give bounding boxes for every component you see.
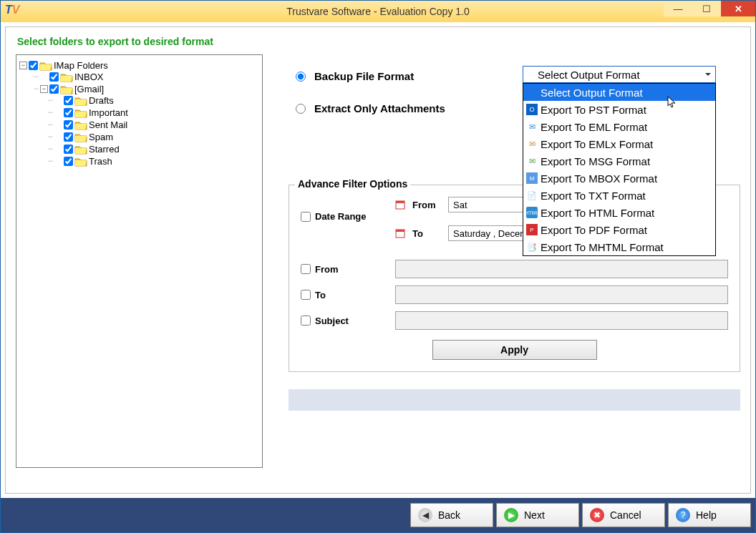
tree-item[interactable]: ┈Trash (48, 156, 259, 167)
dropdown-option[interactable]: Select Output Format (523, 84, 715, 101)
from-filter-row: From (301, 260, 728, 278)
window-title: Trustvare Software - Evaluation Copy 1.0 (1, 6, 755, 17)
cancel-icon: ✖ (590, 508, 604, 522)
titlebar: TV Trustvare Software - Evaluation Copy … (1, 1, 755, 22)
window-controls: — ☐ ✕ (664, 1, 755, 16)
tree-item[interactable]: ┈Sent Mail (48, 119, 259, 130)
folder-icon (74, 132, 87, 142)
from-label: From (412, 200, 441, 210)
cancel-button[interactable]: ✖ Cancel (582, 503, 665, 527)
calendar-icon (395, 228, 405, 238)
dropdown-option[interactable]: MExport To MBOX Format (523, 170, 715, 187)
subject-input[interactable] (395, 311, 728, 330)
folder-icon (74, 120, 87, 130)
tree-item-root[interactable]: − IMap Folders (19, 60, 259, 71)
radio-label: Extract Only Attachments (314, 102, 445, 114)
to-input[interactable] (395, 285, 728, 304)
apply-button[interactable]: Apply (432, 340, 597, 360)
dropdown-option[interactable]: ✉Export To EML Format (523, 118, 715, 135)
app-logo: TV (5, 4, 19, 16)
radio-label: Backup File Format (314, 70, 414, 82)
dropdown-option[interactable]: ✉Export To MSG Format (523, 152, 715, 170)
tree-label: Sent Mail (89, 119, 127, 130)
dropdown-option[interactable]: 📄Export To TXT Format (523, 187, 715, 204)
folder-icon (60, 84, 73, 94)
minimize-button[interactable]: — (664, 1, 692, 16)
tree-label: Spam (89, 132, 113, 142)
folder-icon (39, 61, 52, 71)
checkbox-label: From (315, 264, 339, 275)
output-format-select[interactable]: Select Output Format Select Output Forma… (523, 66, 716, 83)
tree-checkbox[interactable] (64, 120, 73, 129)
tree-checkbox[interactable] (49, 72, 59, 82)
tree-item[interactable]: ┈Important (48, 107, 259, 118)
footer-bar: ◀ Back ▶ Next ✖ Cancel ? Help (1, 498, 755, 532)
folder-icon (74, 108, 87, 118)
to-checkbox[interactable]: To (301, 290, 387, 300)
calendar-icon (395, 200, 405, 210)
tree-item[interactable]: ┈Spam (48, 132, 259, 142)
tree-item-gmail[interactable]: ┈ − [Gmail] (34, 84, 259, 94)
chevron-down-icon (704, 70, 712, 79)
checkbox[interactable] (301, 264, 311, 274)
date-range-checkbox-row[interactable]: Date Range (301, 211, 387, 222)
radio-input[interactable] (296, 72, 306, 82)
tree-item[interactable]: ┈Starred (48, 144, 259, 155)
back-icon: ◀ (418, 508, 432, 522)
svg-rect-3 (396, 230, 404, 232)
tree-checkbox[interactable] (29, 61, 38, 70)
next-icon: ▶ (504, 508, 518, 522)
to-filter-row: To (301, 285, 728, 304)
next-button[interactable]: ▶ Next (496, 503, 579, 527)
tree-label: INBOX (74, 72, 103, 82)
tree-checkbox[interactable] (64, 108, 73, 117)
tree-label: Important (89, 107, 128, 118)
dropdown-option[interactable]: HTMLExport To HTML Format (523, 204, 715, 221)
folder-icon (60, 72, 73, 82)
help-button[interactable]: ? Help (668, 503, 751, 527)
tree-label: [Gmail] (74, 84, 104, 94)
help-icon: ? (676, 508, 690, 522)
tree-label: IMap Folders (54, 60, 108, 71)
tree-item-inbox[interactable]: ┈ INBOX (34, 72, 259, 82)
folder-icon (74, 145, 87, 155)
panel-heading: Select folders to export to desired form… (11, 31, 745, 54)
select-value: Select Output Format (538, 69, 640, 81)
checkbox-label: Date Range (315, 211, 367, 222)
checkbox-label: To (315, 290, 326, 300)
checkbox[interactable] (301, 290, 311, 300)
tree-checkbox[interactable] (64, 145, 73, 154)
from-input[interactable] (395, 260, 728, 278)
tree-checkbox[interactable] (64, 157, 73, 166)
main-panel: Select folders to export to desired form… (5, 26, 751, 494)
back-button[interactable]: ◀ Back (410, 503, 493, 527)
subject-filter-row: Subject (301, 311, 728, 330)
close-button[interactable]: ✕ (721, 1, 755, 16)
checkbox[interactable] (301, 316, 311, 326)
select-display[interactable]: Select Output Format (523, 66, 716, 83)
tree-checkbox[interactable] (64, 132, 73, 142)
dropdown-option[interactable]: OExport To PST Format (523, 101, 715, 118)
checkbox[interactable] (301, 212, 311, 222)
dropdown-option[interactable]: ✉Export To EMLx Format (523, 135, 715, 152)
content-area: Select folders to export to desired form… (1, 22, 755, 498)
options-column: Backup File Format Extract Only Attachme… (289, 54, 740, 489)
tree-checkbox[interactable] (64, 96, 73, 105)
checkbox-label: Subject (315, 316, 349, 326)
tree-checkbox[interactable] (49, 84, 59, 94)
spacer-strip (289, 389, 740, 411)
main-row: − IMap Folders ┈ (11, 54, 745, 489)
filter-legend: Advance Filter Options (295, 178, 410, 190)
radio-input[interactable] (296, 104, 306, 114)
maximize-button[interactable]: ☐ (692, 1, 721, 16)
folder-tree: − IMap Folders ┈ (16, 54, 263, 468)
from-checkbox[interactable]: From (301, 264, 387, 275)
collapse-icon[interactable]: − (40, 85, 48, 93)
tree-label: Trash (89, 156, 112, 167)
collapse-icon[interactable]: − (19, 62, 27, 69)
app-window: TV Trustvare Software - Evaluation Copy … (0, 0, 756, 533)
dropdown-option[interactable]: 📑Export To MHTML Format (523, 238, 715, 255)
subject-checkbox[interactable]: Subject (301, 316, 387, 326)
dropdown-option[interactable]: PExport To PDF Format (523, 221, 715, 238)
tree-item[interactable]: ┈Drafts (48, 95, 259, 106)
